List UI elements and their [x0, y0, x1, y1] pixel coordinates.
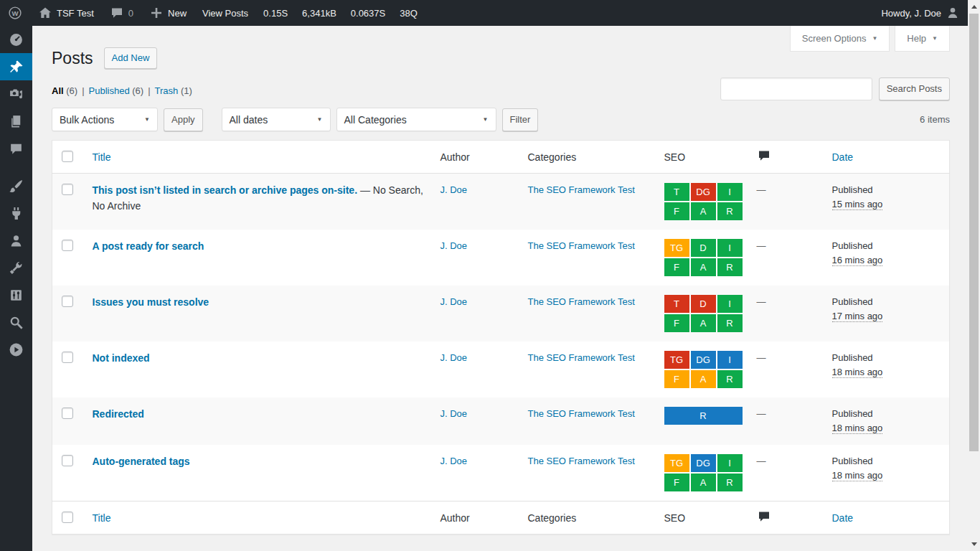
filter-link-all[interactable]: All (6)	[52, 85, 77, 96]
sliders-icon	[9, 288, 24, 303]
row-checkbox[interactable]	[62, 352, 73, 363]
chevron-down-icon: ▼	[483, 116, 489, 123]
post-title-link[interactable]: Not indexed	[93, 352, 150, 364]
comments-dash: —	[757, 456, 766, 466]
author-link[interactable]: J. Doe	[440, 296, 468, 307]
seo-badges: R	[664, 407, 743, 425]
categories-filter-select[interactable]: All Categories ▼	[336, 108, 496, 131]
admin-menu-sidebar	[0, 26, 32, 551]
category-link[interactable]: The SEO Framework Test	[528, 351, 635, 365]
search-posts-button[interactable]: Search Posts	[879, 77, 950, 100]
author-link[interactable]: J. Doe	[440, 352, 468, 363]
post-date: 18 mins ago	[832, 421, 943, 435]
pages-icon	[9, 114, 24, 129]
table-header: Title Author Categories SEO Date	[52, 141, 950, 174]
help-tab[interactable]: Help ▼	[895, 26, 950, 52]
select-all-checkbox[interactable]	[62, 151, 73, 162]
author-header: Author	[433, 501, 521, 534]
seo-badge-r: R	[717, 474, 743, 491]
post-title-link[interactable]: Redirected	[93, 408, 144, 420]
post-status: Published	[832, 407, 943, 421]
post-title-link[interactable]: A post ready for search	[93, 240, 204, 252]
category-link[interactable]: The SEO Framework Test	[528, 407, 635, 421]
filter-link-trash[interactable]: Trash (1)	[155, 85, 192, 96]
view-posts-menu[interactable]: View Posts	[194, 0, 256, 26]
perf-time: 0.15S	[256, 8, 295, 19]
row-checkbox[interactable]	[62, 184, 73, 195]
search-input[interactable]	[720, 77, 872, 100]
post-date: 17 mins ago	[832, 309, 943, 324]
category-link[interactable]: The SEO Framework Test	[528, 239, 635, 253]
sidebar-item-tools[interactable]	[0, 254, 32, 281]
post-row: Redirected J. Doe The SEO Framework Test…	[52, 397, 950, 445]
sidebar-item-appearance[interactable]	[0, 172, 32, 199]
account-menu[interactable]: Howdy, J. Doe	[873, 0, 968, 26]
dates-filter-select[interactable]: All dates ▼	[222, 108, 331, 131]
scrollbar-thumb[interactable]	[969, 14, 979, 451]
sort-title-header[interactable]: Title	[93, 512, 111, 524]
author-link[interactable]: J. Doe	[440, 456, 468, 466]
dates-filter-value: All dates	[230, 114, 268, 126]
seo-badge-dg: DG	[691, 351, 716, 369]
screen-options-tab[interactable]: Screen Options ▼	[790, 26, 890, 52]
wordpress-menu[interactable]: W	[0, 0, 30, 26]
sidebar-item-video[interactable]	[0, 336, 32, 363]
new-menu[interactable]: New	[141, 0, 194, 26]
post-title-link[interactable]: Issues you must resolve	[93, 296, 209, 308]
category-link[interactable]: The SEO Framework Test	[528, 295, 635, 309]
comments-dash: —	[757, 408, 766, 419]
sidebar-item-settings[interactable]	[0, 281, 32, 309]
author-link[interactable]: J. Doe	[440, 184, 468, 195]
page-title: Posts	[52, 47, 93, 69]
sort-date-header[interactable]: Date	[832, 151, 854, 163]
seo-badge-f: F	[664, 474, 689, 491]
apply-button[interactable]: Apply	[164, 108, 203, 131]
sidebar-item-pages[interactable]	[0, 108, 32, 135]
seo-badge-a: A	[691, 474, 716, 491]
seo-badges: TDGIFAR	[664, 183, 743, 220]
category-link[interactable]: The SEO Framework Test	[528, 454, 635, 468]
row-checkbox[interactable]	[62, 408, 73, 419]
post-row: This post isn’t listed in search or arch…	[52, 174, 950, 230]
sidebar-item-media[interactable]	[0, 80, 32, 108]
sort-title-header[interactable]: Title	[93, 151, 111, 163]
camera-icon	[9, 87, 24, 102]
category-link[interactable]: The SEO Framework Test	[528, 183, 635, 197]
scroll-down-arrow[interactable]	[968, 539, 980, 551]
bulk-actions-value: Bulk Actions	[60, 114, 114, 126]
sidebar-item-plugins[interactable]	[0, 199, 32, 227]
author-link[interactable]: J. Doe	[440, 240, 468, 251]
row-checkbox[interactable]	[62, 240, 73, 251]
sidebar-item-seo[interactable]	[0, 309, 32, 336]
chevron-down-icon: ▼	[872, 35, 877, 42]
filter-separator: |	[148, 85, 150, 96]
home-icon	[38, 6, 52, 20]
add-new-button[interactable]: Add New	[104, 47, 158, 69]
sort-date-header[interactable]: Date	[832, 512, 854, 524]
author-link[interactable]: J. Doe	[440, 408, 468, 419]
seo-badge-tg: TG	[664, 351, 689, 369]
chevron-down-icon: ▼	[932, 35, 938, 42]
row-checkbox[interactable]	[62, 296, 73, 307]
bulk-actions-select[interactable]: Bulk Actions ▼	[52, 108, 158, 131]
sidebar-item-posts[interactable]	[0, 53, 32, 80]
seo-badge-a: A	[691, 370, 716, 388]
filter-button[interactable]: Filter	[502, 108, 539, 131]
post-title-link[interactable]: Auto-generated tags	[93, 456, 190, 467]
comments-menu[interactable]: 0	[102, 0, 141, 26]
post-title-link[interactable]: This post isn’t listed in search or arch…	[93, 184, 358, 196]
site-name-menu[interactable]: TSF Test	[30, 0, 102, 26]
scroll-up-arrow[interactable]	[968, 0, 980, 12]
seo-badge-i: I	[717, 239, 743, 257]
sidebar-item-dashboard[interactable]	[0, 26, 32, 53]
sidebar-item-users[interactable]	[0, 227, 32, 254]
table-body: This post isn’t listed in search or arch…	[52, 174, 950, 501]
select-all-checkbox[interactable]	[62, 512, 73, 523]
gauge-icon	[9, 32, 24, 47]
vertical-scrollbar[interactable]	[968, 0, 980, 551]
filter-link-published[interactable]: Published (6)	[89, 85, 144, 96]
chevron-down-icon: ▼	[317, 116, 323, 123]
sidebar-item-comments[interactable]	[0, 135, 32, 162]
row-checkbox[interactable]	[62, 455, 73, 466]
site-name: TSF Test	[57, 8, 94, 19]
